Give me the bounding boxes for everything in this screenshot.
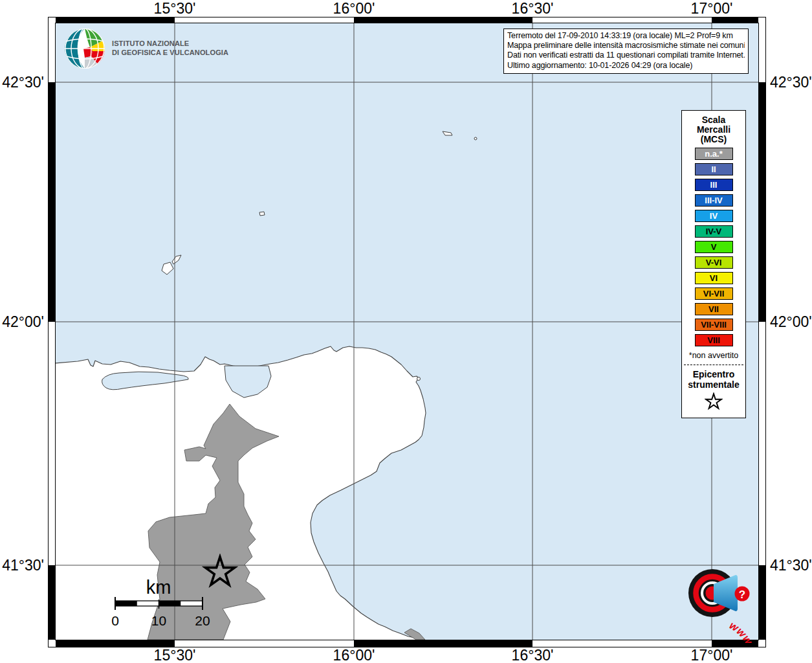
axis-label-right-4130: 41°30' — [770, 556, 812, 574]
axis-label-left-4200: 42°00' — [0, 313, 44, 331]
axis-label-bottom-1600: 16°00' — [333, 647, 375, 663]
legend-epicenter-star-icon — [682, 392, 745, 413]
legend-title-line2: Mercalli — [682, 125, 745, 135]
scale-bar-unit: km — [146, 577, 171, 598]
axis-label-bottom-1630: 16°30' — [512, 647, 554, 663]
legend-swatch-vi-vii: VI-VII — [695, 287, 733, 300]
legend-title-line3: (MCS) — [682, 135, 745, 144]
axis-label-top-1630: 16°30' — [512, 0, 554, 17]
legend-swatch-iii: III — [695, 179, 733, 191]
mercalli-legend: Scala Mercalli (MCS) n.a.* II III III-IV… — [681, 110, 746, 418]
ingv-logo: ISTITUTO NAZIONALE DI GEOFISICA E VULCAN… — [63, 27, 234, 70]
ingv-name-line1: ISTITUTO NAZIONALE — [112, 39, 228, 49]
info-line-event: Terremoto del 17-09-2010 14:33:19 (ora l… — [507, 31, 745, 41]
basemap-svg — [56, 23, 758, 640]
legend-swatch-na: n.a.* — [695, 148, 733, 160]
land-layer — [56, 131, 477, 640]
axis-label-bottom-1530: 15°30' — [154, 647, 196, 663]
legend-swatch-v: V — [695, 241, 733, 253]
axis-label-bottom-1700: 17°00' — [691, 647, 733, 663]
axis-label-left-4230: 42°30' — [0, 73, 44, 91]
legend-swatch-iii-iv: III-IV — [695, 194, 733, 207]
legend-divider — [684, 365, 743, 365]
legend-footnote: *non avvertito — [682, 351, 745, 360]
epicenter-star-icon — [202, 554, 238, 590]
legend-swatch-v-vi: V-VI — [695, 256, 733, 269]
info-line-updated: Ultimo aggiornamento: 10-01-2026 04:29 (… — [507, 61, 745, 71]
scale-tick-0: 0 — [111, 613, 119, 628]
legend-swatch-vii: VII — [695, 303, 733, 315]
ingv-globe-icon — [63, 27, 106, 70]
info-line-source: Dati non verificati estratti da 11 quest… — [507, 51, 745, 60]
ingv-logo-text: ISTITUTO NAZIONALE DI GEOFISICA E VULCAN… — [112, 39, 228, 70]
axis-label-left-4130: 41°30' — [0, 556, 44, 574]
frame-bottom-bar — [49, 640, 765, 647]
legend-epicenter-line2: strumentale — [682, 379, 745, 390]
axis-label-top-1530: 15°30' — [154, 0, 196, 17]
legend-swatch-iv-v: IV-V — [695, 225, 733, 238]
legend-title-line1: Scala — [682, 115, 745, 125]
legend-swatch-vi: VI — [695, 272, 733, 284]
legend-swatch-iv: IV — [695, 210, 733, 222]
macroseismic-map-page: 15°30' 16°00' 16°30' 17°00' 15°30' 16°00… — [0, 0, 812, 663]
scale-tick-10: 10 — [151, 613, 166, 628]
legend-swatch-viii: VIII — [695, 334, 733, 346]
earthquake-info-box: Terremoto del 17-09-2010 14:33:19 (ora l… — [503, 28, 749, 74]
legend-swatches: n.a.* II III III-IV IV IV-V V V-VI VI VI… — [682, 148, 745, 346]
legend-epicenter-line1: Epicentro — [682, 369, 745, 379]
axis-label-right-4230: 42°30' — [770, 73, 812, 91]
legend-swatch-ii: II — [695, 163, 733, 175]
axis-label-right-4200: 42°00' — [770, 313, 812, 331]
watermark-ring-text: www. hai sentito il terremoto .it — [664, 619, 760, 643]
info-line-maptype: Mappa preliminare delle intensità macros… — [507, 41, 745, 51]
frame-top-bar — [49, 17, 765, 23]
axis-label-top-1600: 16°00' — [333, 0, 375, 17]
frame-left-bar — [49, 23, 56, 640]
islands — [162, 131, 477, 381]
haisentito-watermark-logo: ? www. hai sentito il terremoto .it — [664, 545, 762, 643]
scale-tick-20: 20 — [195, 613, 210, 628]
map-canvas — [56, 23, 758, 640]
question-mark: ? — [739, 589, 745, 601]
ingv-name-line2: DI GEOFISICA E VULCANOLOGIA — [112, 49, 228, 58]
axis-label-top-1700: 17°00' — [691, 0, 733, 17]
legend-swatch-vii-viii: VII-VIII — [695, 319, 733, 331]
